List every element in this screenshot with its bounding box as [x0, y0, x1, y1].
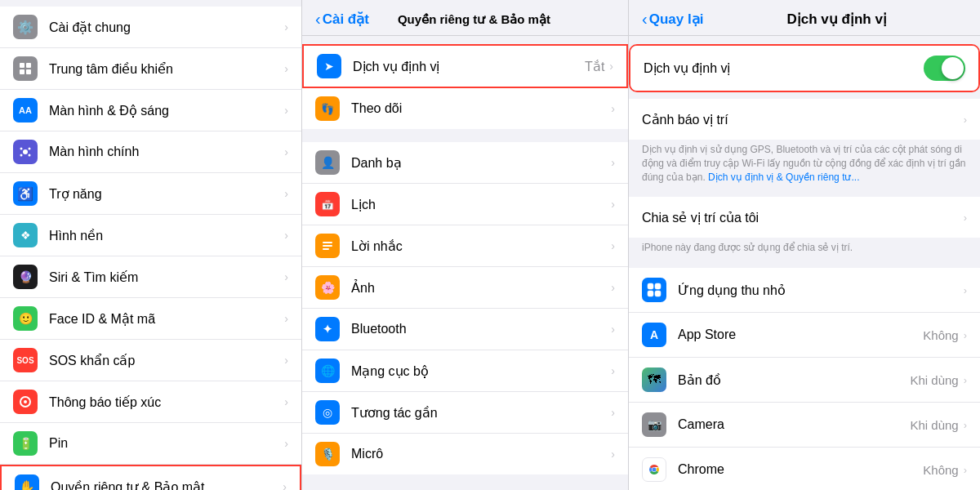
p1-item-pin[interactable]: 🔋 Pin ›: [0, 423, 301, 465]
location-toggle[interactable]: [924, 56, 965, 81]
back-chevron-icon: ‹: [315, 10, 321, 29]
p1-icon-hinh-nen: ❖: [13, 223, 38, 247]
panel3-back-button[interactable]: ‹ Quay lại: [642, 10, 703, 29]
p2-icon-loi-nhac: [315, 234, 340, 258]
p2-chevron-anh: ›: [611, 281, 615, 294]
p1-label-sos: SOS khẩn cấp: [49, 353, 284, 368]
canh-bao-item[interactable]: Cảnh báo vị trí ›: [629, 99, 980, 140]
p1-chevron-pin: ›: [284, 437, 288, 450]
location-apps-container: Ứng dụng thu nhỏ › A App Store Không › 🗺…: [629, 268, 980, 490]
p2-label-micro: Micrô: [351, 447, 611, 461]
location-desc-link[interactable]: Dịch vụ định vị & Quyền riêng tư...: [708, 172, 859, 183]
p1-item-trung-tam[interactable]: Trung tâm điều khiển ›: [0, 48, 301, 90]
p3-app-chevron-ung-dung-thu-nho: ›: [964, 284, 967, 296]
settings-items-container: ⚙️ Cài đặt chung › Trung tâm điều khiển …: [0, 7, 301, 490]
p2-item-tuong-tac-gan[interactable]: ◎ Tương tác gần ›: [302, 392, 628, 434]
p1-chevron-cai-dat-chung: ›: [284, 20, 288, 33]
location-toggle-label: Dịch vụ định vị: [644, 60, 924, 76]
p2-icon-anh: 🌸: [315, 275, 340, 300]
p3-app-ung-dung-thu-nho[interactable]: Ứng dụng thu nhỏ ›: [629, 268, 980, 313]
svg-text:A: A: [650, 328, 658, 341]
p1-icon-cai-dat-chung: ⚙️: [13, 15, 38, 39]
p3-app-value-chrome: Không: [923, 463, 958, 477]
panel2-items-container: 👤 Danh bạ › 📅 Lịch › Lời nhắc › 🌸 Ảnh › …: [302, 142, 628, 474]
p1-item-cai-dat-chung[interactable]: ⚙️ Cài đặt chung ›: [0, 7, 301, 48]
p2-icon-tuong-tac-gan: ◎: [315, 400, 340, 425]
p3-app-app-store[interactable]: A App Store Không ›: [629, 313, 980, 358]
p1-chevron-siri: ›: [284, 270, 288, 283]
p1-icon-siri: 🔮: [13, 265, 38, 289]
p1-icon-trung-tam: [13, 56, 38, 81]
p2-item-bluetooth[interactable]: ✦ Bluetooth ›: [302, 309, 628, 350]
p1-item-sos[interactable]: SOS SOS khẩn cấp ›: [0, 340, 301, 381]
theo-doi-chevron: ›: [611, 102, 615, 115]
p1-item-man-hinh-chinh[interactable]: Màn hình chính ›: [0, 131, 301, 173]
share-location-item[interactable]: Chia sẻ vị trí của tôi ›: [629, 197, 980, 238]
p3-app-camera[interactable]: 📷 Camera Khi dùng ›: [629, 403, 980, 448]
svg-rect-13: [323, 248, 329, 250]
p1-label-quyen-rieng-tu: Quyền riêng tư & Bảo mật: [51, 479, 283, 491]
svg-rect-14: [648, 283, 653, 289]
share-location-chevron: ›: [964, 212, 967, 224]
location-toggle-row[interactable]: Dịch vụ định vị: [630, 46, 978, 91]
p3-app-chevron-camera: ›: [964, 419, 967, 431]
p1-item-hinh-nen[interactable]: ❖ Hình nền ›: [0, 215, 301, 256]
settings-scroll-list: ⚙️ Cài đặt chung › Trung tâm điều khiển …: [0, 0, 301, 490]
p1-icon-face-id: 🙂: [13, 306, 38, 331]
p1-item-thong-bao[interactable]: Thông báo tiếp xúc ›: [0, 381, 301, 423]
p3-app-icon-ung-dung-thu-nho: [642, 278, 666, 302]
p1-chevron-sos: ›: [284, 354, 288, 367]
panel3-back-label[interactable]: Quay lại: [649, 11, 704, 28]
p3-app-icon-chrome: [642, 457, 666, 482]
p2-icon-mang-cuc-bo: 🌐: [315, 359, 340, 383]
svg-point-4: [23, 149, 28, 154]
p2-label-mang-cuc-bo: Mạng cục bộ: [351, 363, 611, 379]
p2-chevron-tuong-tac-gan: ›: [611, 406, 615, 419]
dich-vu-dinh-vi-icon: ➤: [317, 54, 341, 78]
p2-icon-micro: 🎙️: [315, 442, 340, 466]
panel2-top-group: ➤ Dịch vụ định vị Tắt › 👣 Theo dõi ›: [302, 44, 628, 129]
p2-item-anh[interactable]: 🌸 Ảnh ›: [302, 267, 628, 309]
p3-app-icon-app-store: A: [642, 323, 666, 347]
p2-item-danh-ba[interactable]: 👤 Danh bạ ›: [302, 142, 628, 184]
p2-item-micro[interactable]: 🎙️ Micrô ›: [302, 434, 628, 474]
p1-item-face-id[interactable]: 🙂 Face ID & Mật mã ›: [0, 298, 301, 340]
p3-app-chrome[interactable]: Chrome Không ›: [629, 448, 980, 490]
canh-bao-chevron: ›: [964, 114, 967, 126]
p1-chevron-man-hinh-chinh: ›: [284, 145, 288, 158]
p1-icon-pin: 🔋: [13, 431, 38, 456]
p1-label-man-hinh-chinh: Màn hình chính: [49, 145, 284, 159]
p1-chevron-trung-tam: ›: [284, 62, 288, 75]
p1-chevron-quyen-rieng-tu: ›: [283, 480, 287, 490]
p2-item-loi-nhac[interactable]: Lời nhắc ›: [302, 225, 628, 267]
p2-item-mang-cuc-bo[interactable]: 🌐 Mạng cục bộ ›: [302, 350, 628, 392]
p2-chevron-mang-cuc-bo: ›: [611, 364, 615, 377]
p1-icon-tro-nang: ♿: [13, 181, 38, 206]
p2-item-lich[interactable]: 📅 Lịch ›: [302, 184, 628, 225]
p1-item-tro-nang[interactable]: ♿ Trợ năng ›: [0, 173, 301, 215]
svg-rect-16: [648, 291, 653, 296]
svg-rect-17: [655, 291, 661, 296]
theo-doi-item[interactable]: 👣 Theo dõi ›: [302, 88, 628, 129]
p1-item-quyen-rieng-tu[interactable]: ✋ Quyền riêng tư & Bảo mật ›: [0, 465, 301, 490]
svg-rect-15: [655, 283, 661, 289]
p2-label-anh: Ảnh: [351, 280, 611, 296]
panel2-navbar: ‹ Cài đặt Quyền riêng tư & Bảo mật: [302, 0, 628, 36]
panel3-back-chevron-icon: ‹: [642, 10, 648, 29]
location-description: Dịch vụ định vị sử dụng GPS, Bluetooth v…: [629, 140, 980, 190]
p3-app-value-ban-do: Khi dùng: [910, 373, 958, 387]
dich-vu-dinh-vi-item[interactable]: ➤ Dịch vụ định vị Tắt ›: [302, 44, 628, 88]
p2-icon-danh-ba: 👤: [315, 150, 340, 175]
svg-rect-0: [20, 63, 24, 68]
svg-rect-2: [20, 69, 24, 74]
p2-chevron-lich: ›: [611, 198, 615, 211]
dich-vu-dinh-vi-value: Tắt: [585, 59, 604, 74]
p1-item-siri[interactable]: 🔮 Siri & Tìm kiếm ›: [0, 256, 301, 298]
dich-vu-dinh-vi-label: Dịch vụ định vị: [353, 59, 585, 74]
panel2-back-button[interactable]: ‹ Cài đặt: [315, 10, 369, 29]
svg-point-6: [29, 148, 31, 150]
p3-app-ban-do[interactable]: 🗺 Bản đồ Khi dùng ›: [629, 358, 980, 403]
p1-item-man-hinh-do-sang[interactable]: AA Màn hình & Độ sáng ›: [0, 90, 301, 131]
panel2-back-label[interactable]: Cài đặt: [323, 11, 369, 28]
dich-vu-dinh-vi-chevron: ›: [609, 60, 613, 73]
